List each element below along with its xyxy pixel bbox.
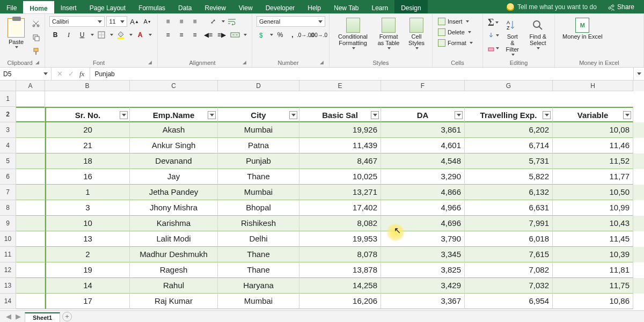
- col-head-B[interactable]: B: [45, 80, 130, 91]
- money-in-excel-button[interactable]: Money in Excel: [559, 16, 606, 42]
- fill-color-button[interactable]: [115, 30, 127, 40]
- cut-button[interactable]: [30, 18, 42, 29]
- sheet-nav-prev[interactable]: ◀: [4, 312, 13, 320]
- row-head[interactable]: 8: [0, 200, 16, 216]
- table-cell[interactable]: Ragesh: [130, 262, 218, 278]
- table-cell[interactable]: 6,714: [465, 138, 553, 153]
- clipboard-dialog-launcher[interactable]: ◢: [35, 60, 39, 65]
- table-cell[interactable]: 14: [45, 278, 130, 294]
- table-cell[interactable]: 6,132: [465, 185, 553, 200]
- row-head[interactable]: 12: [0, 262, 16, 278]
- sheet-tab-1[interactable]: Sheet1: [25, 312, 60, 322]
- table-cell[interactable]: 4,696: [381, 216, 465, 231]
- sheet-nav-next[interactable]: ▶: [14, 312, 23, 320]
- filter-button[interactable]: [623, 111, 631, 119]
- paste-button[interactable]: Paste: [4, 16, 28, 50]
- table-cell[interactable]: 7,082: [465, 262, 553, 278]
- percent-button[interactable]: %: [275, 30, 286, 40]
- row-head[interactable]: 2: [0, 107, 16, 122]
- table-cell[interactable]: 6,202: [465, 122, 553, 138]
- table-cell[interactable]: Thane: [218, 169, 299, 185]
- table-cell[interactable]: 1: [45, 185, 130, 200]
- table-cell[interactable]: 17: [45, 294, 130, 309]
- merge-button[interactable]: [229, 30, 241, 40]
- table-cell[interactable]: 19,953: [299, 231, 381, 247]
- autosum-button[interactable]: Σ: [487, 17, 499, 28]
- table-header-cell[interactable]: Travelling Exp.: [465, 107, 553, 122]
- format-as-table-button[interactable]: Format as Table: [374, 16, 403, 52]
- orientation-button[interactable]: ⤢: [207, 16, 219, 27]
- align-bottom-button[interactable]: ≡: [189, 16, 201, 27]
- table-cell[interactable]: 4,866: [381, 185, 465, 200]
- table-cell[interactable]: 11,439: [299, 138, 381, 153]
- table-cell[interactable]: 3: [45, 200, 130, 216]
- number-dialog-launcher[interactable]: ◢: [320, 60, 324, 65]
- formula-input[interactable]: Punjab: [90, 68, 633, 80]
- table-cell[interactable]: 11,75: [553, 278, 633, 294]
- row-head[interactable]: 7: [0, 185, 16, 200]
- table-cell[interactable]: 8,467: [299, 153, 381, 169]
- borders-button[interactable]: [96, 30, 107, 40]
- row-head[interactable]: 1: [0, 91, 16, 107]
- table-cell[interactable]: 6,631: [465, 200, 553, 216]
- filter-button[interactable]: [289, 111, 297, 119]
- row-head[interactable]: 14: [0, 294, 16, 309]
- increase-decimal-button[interactable]: .0→.00: [299, 30, 311, 40]
- tab-developer[interactable]: Developer: [259, 0, 302, 13]
- table-cell[interactable]: 18: [45, 153, 130, 169]
- table-cell[interactable]: Devanand: [130, 153, 218, 169]
- row-head[interactable]: 6: [0, 169, 16, 185]
- insert-function-button[interactable]: fx: [79, 70, 84, 78]
- table-cell[interactable]: Thane: [218, 262, 299, 278]
- tab-page-layout[interactable]: Page Layout: [83, 0, 132, 13]
- table-cell[interactable]: 16: [45, 169, 130, 185]
- table-cell[interactable]: 20: [45, 122, 130, 138]
- table-cell[interactable]: 8,078: [299, 247, 381, 262]
- table-header-cell[interactable]: Variable: [553, 107, 633, 122]
- table-header-cell[interactable]: Emp.Name: [130, 107, 218, 122]
- table-cell[interactable]: Akash: [130, 122, 218, 138]
- table-cell[interactable]: 10,43: [553, 216, 633, 231]
- col-head-F[interactable]: F: [381, 80, 465, 91]
- table-cell[interactable]: Lalit Modi: [130, 231, 218, 247]
- align-middle-button[interactable]: ≡: [175, 16, 187, 27]
- table-cell[interactable]: 3,367: [381, 294, 465, 309]
- table-cell[interactable]: Mumbai: [218, 294, 299, 309]
- col-head-C[interactable]: C: [130, 80, 218, 91]
- table-cell[interactable]: 5,731: [465, 153, 553, 169]
- spreadsheet-grid[interactable]: A B C D E F G H 12Sr. No.Emp.NameCityBas…: [0, 80, 644, 311]
- table-cell[interactable]: 11,81: [553, 262, 633, 278]
- number-format-select[interactable]: General: [257, 16, 325, 27]
- table-cell[interactable]: 19: [45, 262, 130, 278]
- table-cell[interactable]: Raj Kumar: [130, 294, 218, 309]
- col-head-D[interactable]: D: [218, 80, 299, 91]
- alignment-dialog-launcher[interactable]: ◢: [243, 60, 246, 65]
- grow-font-button[interactable]: A▲: [129, 16, 140, 27]
- table-cell[interactable]: 8,082: [299, 216, 381, 231]
- row-head[interactable]: 3: [0, 122, 16, 138]
- table-cell[interactable]: Ankur Singh: [130, 138, 218, 153]
- filter-button[interactable]: [543, 111, 551, 119]
- clear-button[interactable]: [487, 43, 499, 54]
- table-cell[interactable]: 10,86: [553, 294, 633, 309]
- table-cell[interactable]: 4,601: [381, 138, 465, 153]
- tab-file[interactable]: File: [0, 0, 23, 13]
- font-dialog-launcher[interactable]: ◢: [148, 60, 152, 65]
- col-head-G[interactable]: G: [465, 80, 553, 91]
- table-cell[interactable]: Mumbai: [218, 185, 299, 200]
- fill-button[interactable]: [487, 30, 499, 41]
- filter-button[interactable]: [208, 111, 216, 119]
- table-cell[interactable]: 4,966: [381, 200, 465, 216]
- table-cell[interactable]: 11,45: [553, 231, 633, 247]
- table-cell[interactable]: Thane: [218, 247, 299, 262]
- table-cell[interactable]: 3,790: [381, 231, 465, 247]
- table-cell[interactable]: 10,99: [553, 200, 633, 216]
- table-cell[interactable]: Jhony Mishra: [130, 200, 218, 216]
- find-select-button[interactable]: Find & Select: [526, 16, 550, 52]
- table-cell[interactable]: 5,822: [465, 169, 553, 185]
- table-cell[interactable]: 10,025: [299, 169, 381, 185]
- table-cell[interactable]: 3,825: [381, 262, 465, 278]
- row-head[interactable]: 4: [0, 138, 16, 153]
- select-all-corner[interactable]: [0, 80, 16, 91]
- table-cell[interactable]: Mumbai: [218, 122, 299, 138]
